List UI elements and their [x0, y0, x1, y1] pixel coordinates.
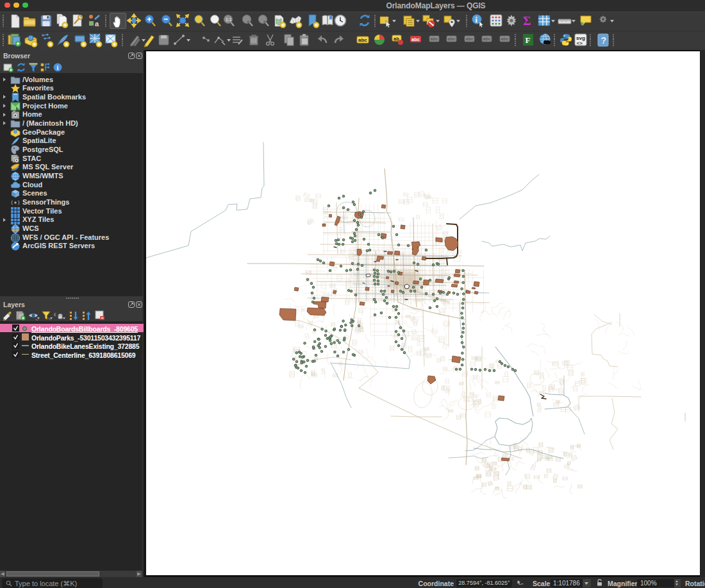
svg-text:F: F	[526, 35, 531, 45]
svg-text:1:1: 1:1	[226, 17, 232, 22]
svg-text:<>: <>	[577, 40, 583, 46]
svg-text:i: i	[57, 64, 59, 71]
svg-text:abc: abc	[501, 37, 509, 41]
svg-text:abc: abc	[448, 37, 456, 41]
svg-text:ab: ab	[394, 36, 399, 42]
svg-text:abc: abc	[466, 37, 474, 41]
svg-text:Σ: Σ	[523, 14, 531, 28]
svg-text:abc: abc	[431, 37, 438, 41]
svg-text:a: a	[95, 20, 99, 28]
svg-text:abc: abc	[411, 37, 420, 42]
svg-text:ε: ε	[54, 311, 56, 317]
svg-text:abc: abc	[483, 37, 491, 41]
svg-text:?: ?	[601, 35, 607, 46]
svg-text:abc: abc	[358, 37, 367, 43]
